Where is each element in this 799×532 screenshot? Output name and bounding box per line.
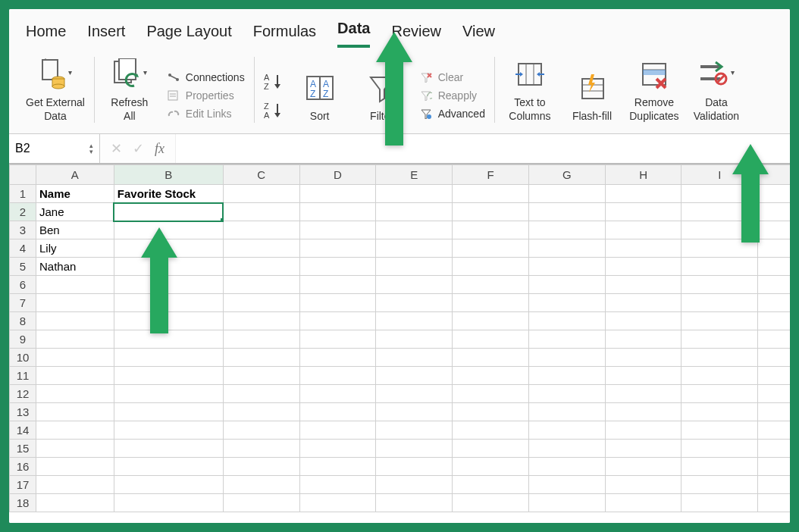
cell-H10[interactable] xyxy=(605,349,682,367)
cell-G10[interactable] xyxy=(528,349,605,367)
cell-D13[interactable] xyxy=(299,403,376,421)
cell-F13[interactable] xyxy=(453,403,529,421)
cell-G9[interactable] xyxy=(528,330,605,349)
cell-G18[interactable] xyxy=(528,494,605,512)
cell-B2[interactable] xyxy=(114,203,223,221)
cell-I17[interactable] xyxy=(682,476,758,494)
cell-A6[interactable] xyxy=(36,276,114,294)
sort-button[interactable]: A Z A Z Sort xyxy=(294,70,346,124)
fx-icon[interactable]: fx xyxy=(155,141,164,157)
row-header-15[interactable]: 15 xyxy=(10,440,36,458)
cell-F4[interactable] xyxy=(453,239,529,258)
cell-E11[interactable] xyxy=(376,367,453,385)
cell-C3[interactable] xyxy=(223,221,299,239)
cell-C14[interactable] xyxy=(223,421,299,440)
row-header-9[interactable]: 9 xyxy=(10,330,36,349)
cell-F15[interactable] xyxy=(453,440,529,458)
cell-F5[interactable] xyxy=(453,258,529,276)
tab-view[interactable]: View xyxy=(462,23,495,48)
cell-I14[interactable] xyxy=(682,421,758,440)
cell-D14[interactable] xyxy=(299,421,376,440)
cell-B16[interactable] xyxy=(114,458,223,476)
cell-C16[interactable] xyxy=(223,458,299,476)
cell-C5[interactable] xyxy=(223,258,299,276)
cell-C10[interactable] xyxy=(223,349,299,367)
cell-H8[interactable] xyxy=(605,312,682,330)
cell-B6[interactable] xyxy=(114,276,223,294)
cell-G11[interactable] xyxy=(528,367,605,385)
row-header-18[interactable]: 18 xyxy=(10,494,36,512)
flash-fill-button[interactable]: Flash-fill xyxy=(566,70,618,124)
cell-C2[interactable] xyxy=(223,203,299,221)
cell-G8[interactable] xyxy=(528,312,605,330)
cell-A16[interactable] xyxy=(36,458,114,476)
cell-G14[interactable] xyxy=(528,421,605,440)
sort-descending-button[interactable]: Z A xyxy=(264,102,284,120)
row-header-7[interactable]: 7 xyxy=(10,294,36,312)
row-header-12[interactable]: 12 xyxy=(10,385,36,403)
text-to-columns-button[interactable]: Text to Columns xyxy=(504,57,556,123)
cell-H12[interactable] xyxy=(605,385,682,403)
cell-B4[interactable] xyxy=(114,239,223,258)
sort-ascending-button[interactable]: A Z xyxy=(264,73,284,91)
cell-B13[interactable] xyxy=(114,403,223,421)
cell-I1[interactable] xyxy=(682,185,758,203)
cell-H16[interactable] xyxy=(605,458,682,476)
cell-F7[interactable] xyxy=(453,294,529,312)
name-box[interactable]: B2 ▴▾ xyxy=(9,134,100,163)
row-header-4[interactable]: 4 xyxy=(10,239,36,258)
tab-insert[interactable]: Insert xyxy=(87,23,125,48)
cell-F18[interactable] xyxy=(453,494,529,512)
cell-G4[interactable] xyxy=(528,239,605,258)
edit-links-button[interactable]: Edit Links xyxy=(166,108,245,120)
cell-H4[interactable] xyxy=(605,239,682,258)
col-header-B[interactable]: B xyxy=(114,165,223,185)
cell-F2[interactable] xyxy=(453,203,529,221)
cell-E16[interactable] xyxy=(376,458,453,476)
cell-C1[interactable] xyxy=(223,185,299,203)
cell-E6[interactable] xyxy=(376,276,453,294)
remove-duplicates-button[interactable]: Remove Duplicates xyxy=(628,57,680,123)
cell-D11[interactable] xyxy=(299,367,376,385)
cell-G1[interactable] xyxy=(528,185,605,203)
cell-C11[interactable] xyxy=(223,367,299,385)
cell-D17[interactable] xyxy=(299,476,376,494)
cell-B9[interactable] xyxy=(114,330,223,349)
row-header-2[interactable]: 2 xyxy=(10,203,36,221)
row-header-14[interactable]: 14 xyxy=(10,421,36,440)
cell-D16[interactable] xyxy=(299,458,376,476)
cell-B5[interactable] xyxy=(114,258,223,276)
cell-E12[interactable] xyxy=(376,385,453,403)
cell-E4[interactable] xyxy=(376,239,453,258)
cell-G6[interactable] xyxy=(528,276,605,294)
cell-H15[interactable] xyxy=(605,440,682,458)
cell-A2[interactable]: Jane xyxy=(36,203,114,221)
cell-A14[interactable] xyxy=(36,421,114,440)
cell-E9[interactable] xyxy=(376,330,453,349)
cell-C12[interactable] xyxy=(223,385,299,403)
cell-B14[interactable] xyxy=(114,421,223,440)
cell-F11[interactable] xyxy=(453,367,529,385)
cell-H14[interactable] xyxy=(605,421,682,440)
cell-B12[interactable] xyxy=(114,385,223,403)
clear-filter-button[interactable]: Clear xyxy=(418,71,485,83)
col-header-C[interactable]: C xyxy=(223,165,299,185)
cell-D10[interactable] xyxy=(299,349,376,367)
cell-C4[interactable] xyxy=(223,239,299,258)
cell-E8[interactable] xyxy=(376,312,453,330)
cell-F10[interactable] xyxy=(453,349,529,367)
tab-review[interactable]: Review xyxy=(391,23,441,48)
cell-C18[interactable] xyxy=(223,494,299,512)
col-header-F[interactable]: F xyxy=(453,165,529,185)
row-header-13[interactable]: 13 xyxy=(10,403,36,421)
cell-B15[interactable] xyxy=(114,440,223,458)
cell-I10[interactable] xyxy=(682,349,758,367)
cell-B8[interactable] xyxy=(114,312,223,330)
cell-E2[interactable] xyxy=(376,203,453,221)
cell-A1[interactable]: Name xyxy=(36,185,114,203)
cell-E18[interactable] xyxy=(376,494,453,512)
cell-D12[interactable] xyxy=(299,385,376,403)
tab-home[interactable]: Home xyxy=(26,23,66,48)
reapply-button[interactable]: Reapply xyxy=(418,89,485,102)
cell-B1[interactable]: Favorite Stock xyxy=(114,185,223,203)
